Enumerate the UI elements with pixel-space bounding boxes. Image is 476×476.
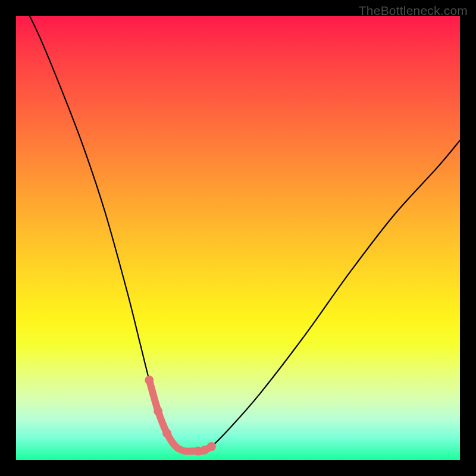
- highlight-dot: [162, 429, 171, 438]
- highlight-dot: [145, 375, 154, 384]
- chart-plot-area: [16, 16, 460, 460]
- highlight-dot: [207, 442, 216, 451]
- chart-svg: [16, 16, 460, 460]
- bottleneck-highlight-dots: [145, 375, 215, 455]
- bottleneck-highlight-segment: [149, 380, 211, 452]
- bottleneck-curve: [16, 0, 460, 452]
- watermark-text: TheBottleneck.com: [359, 4, 468, 18]
- highlight-dot: [154, 406, 162, 415]
